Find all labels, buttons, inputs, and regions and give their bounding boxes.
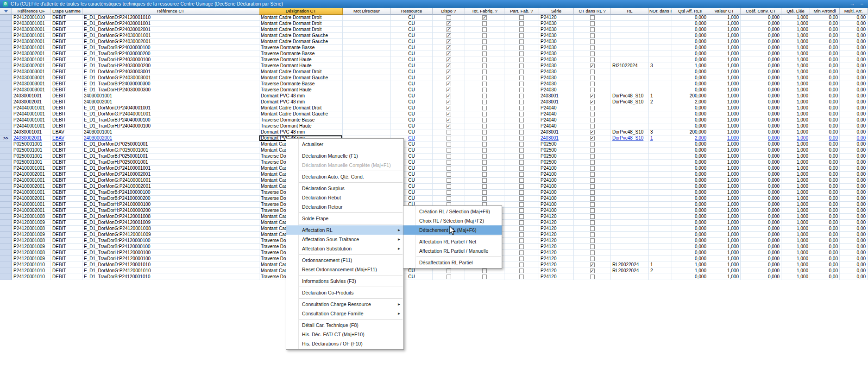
tot-fabriq-checkbox[interactable] <box>482 178 487 183</box>
column-header-min-arrondi[interactable]: Min Arrondi <box>810 8 840 15</box>
cell-ct-dans-rl[interactable] <box>574 57 611 63</box>
cell-etape-gamme[interactable]: DEBIT <box>51 69 82 75</box>
cell-multi-arr[interactable]: 0,00 <box>840 262 868 268</box>
cell-ref-ct[interactable]: E_D1_DorMonD:P0250001001 <box>82 141 259 147</box>
cell-rl[interactable] <box>611 214 649 220</box>
cell-coef-conv-ct[interactable]: 0,000 <box>741 39 781 45</box>
row-selector[interactable] <box>0 226 12 232</box>
cell-part-fab[interactable] <box>504 63 539 69</box>
cell-valeur-ct[interactable]: 1,000 <box>708 123 741 129</box>
cell-rl[interactable]: DorPvc48_S10 <box>611 99 649 105</box>
cell-mot-directeur[interactable] <box>343 105 391 111</box>
row-selector[interactable] <box>0 105 12 111</box>
cell-dispo[interactable] <box>433 63 465 69</box>
cell-valeur-ct[interactable]: 1,000 <box>708 129 741 135</box>
cell-tot-fabriq[interactable] <box>465 129 504 135</box>
cell-ref-of[interactable]: P24030003001 <box>12 81 51 87</box>
cell-nor-dans-rl[interactable] <box>649 39 672 45</box>
part-fab-checkbox[interactable] <box>519 275 524 279</box>
cell-coef-conv-ct[interactable]: 0,000 <box>741 21 781 27</box>
row-selector[interactable] <box>0 87 12 93</box>
row-selector[interactable] <box>0 117 12 123</box>
part-fab-checkbox[interactable] <box>519 202 524 207</box>
cell-tot-fabriq[interactable] <box>465 51 504 57</box>
cell-rl[interactable] <box>611 51 649 57</box>
cell-qte-aff-rls[interactable]: 0,000 <box>672 232 708 238</box>
cell-ref-of[interactable]: 24030001001 <box>12 93 51 99</box>
cell-nor-dans-rl[interactable] <box>649 147 672 154</box>
cell-serie[interactable]: P24030 <box>539 27 574 33</box>
cell-qte-aff-rls[interactable]: 0,000 <box>672 69 708 75</box>
tot-fabriq-checkbox[interactable] <box>482 196 487 201</box>
cell-ref-of[interactable]: P24120001009 <box>12 220 51 226</box>
ct-dans-rl-checkbox[interactable] <box>590 275 595 279</box>
cell-ct-dans-rl[interactable] <box>574 262 611 268</box>
cell-min-arrondi[interactable]: 0,00 <box>810 214 840 220</box>
cell-ref-ct[interactable]: 24030002001 <box>82 99 259 105</box>
cell-rl[interactable]: DorPvc48_S10 <box>611 129 649 135</box>
cell-ct-dans-rl[interactable] <box>574 111 611 117</box>
cell-ref-of[interactable]: P24120001008 <box>12 250 51 256</box>
cell-part-fab[interactable] <box>504 274 539 280</box>
cell-qte-liee[interactable]: 1,000 <box>781 63 810 69</box>
cell-valeur-ct[interactable]: 1,000 <box>708 238 741 244</box>
row-selector[interactable] <box>0 75 12 81</box>
cell-nor-dans-rl[interactable] <box>649 220 672 226</box>
cell-qte-aff-rls[interactable]: 0,000 <box>672 184 708 190</box>
cell-multi-arr[interactable]: 0,00 <box>840 250 868 256</box>
cell-ref-of[interactable]: P24120001010 <box>12 15 51 21</box>
row-selector[interactable] <box>0 232 12 238</box>
cell-part-fab[interactable] <box>504 21 539 27</box>
row-selector[interactable] <box>0 81 12 87</box>
cell-ref-ct[interactable]: E_D1_TravDorB:P0250001001 <box>82 154 259 160</box>
cell-min-arrondi[interactable]: 0,00 <box>810 184 840 190</box>
cell-ref-ct[interactable]: E_D1_TravDorH:P24030000200 <box>82 63 259 69</box>
ct-dans-rl-checkbox[interactable] <box>590 106 595 110</box>
row-selector[interactable] <box>0 39 12 45</box>
cell-coef-conv-ct[interactable]: 0,000 <box>741 238 781 244</box>
row-selector[interactable] <box>0 184 12 190</box>
cell-multi-arr[interactable]: 0,00 <box>840 147 868 154</box>
dispo-checkbox[interactable] <box>447 100 451 104</box>
cell-nor-dans-rl[interactable] <box>649 226 672 232</box>
cell-dispo[interactable] <box>433 166 465 172</box>
tot-fabriq-checkbox[interactable] <box>482 15 487 20</box>
cell-ref-ct[interactable]: E_D1_TravDorH:P24120000100 <box>82 250 259 256</box>
cell-ref-of[interactable]: P24120001010 <box>12 262 51 268</box>
cell-qte-liee[interactable]: 1,000 <box>781 51 810 57</box>
cell-etape-gamme[interactable]: DEBIT <box>51 27 82 33</box>
part-fab-checkbox[interactable] <box>519 196 524 201</box>
part-fab-checkbox[interactable] <box>519 70 524 74</box>
cell-qte-liee[interactable]: 1,000 <box>781 93 810 99</box>
ct-dans-rl-checkbox[interactable] <box>590 262 595 267</box>
cell-min-arrondi[interactable]: 0,00 <box>810 262 840 268</box>
part-fab-checkbox[interactable] <box>519 112 524 116</box>
part-fab-checkbox[interactable] <box>519 154 524 159</box>
cell-designation-ct[interactable]: Montant Cadre Dormant Droit <box>259 27 343 33</box>
cell-coef-conv-ct[interactable]: 0,000 <box>741 154 781 160</box>
cell-mot-directeur[interactable] <box>343 111 391 117</box>
cell-part-fab[interactable] <box>504 75 539 81</box>
row-selector[interactable] <box>0 51 12 57</box>
cell-min-arrondi[interactable]: 0,00 <box>810 63 840 69</box>
cell-part-fab[interactable] <box>504 184 539 190</box>
cell-nor-dans-rl[interactable] <box>649 27 672 33</box>
cell-ref-of[interactable]: P24120001008 <box>12 226 51 232</box>
table-row[interactable]: P24040001001DEBITE_D1_TravDorH:P24040000… <box>0 123 868 129</box>
cell-dispo[interactable] <box>433 105 465 111</box>
cell-qte-liee[interactable]: 1,000 <box>781 154 810 160</box>
cell-qte-aff-rls[interactable]: 0,000 <box>672 196 708 202</box>
cell-qte-liee[interactable]: 1,000 <box>781 244 810 250</box>
cell-serie[interactable]: P24100 <box>539 184 574 190</box>
cell-part-fab[interactable] <box>504 268 539 274</box>
cell-serie[interactable]: P24120 <box>539 220 574 226</box>
cell-mot-directeur[interactable] <box>343 69 391 75</box>
cell-ct-dans-rl[interactable] <box>574 238 611 244</box>
cell-multi-arr[interactable]: 0,00 <box>840 208 868 214</box>
cell-etape-gamme[interactable]: DEBIT <box>51 190 82 196</box>
cell-nor-dans-rl[interactable]: 1 <box>649 93 672 99</box>
cell-part-fab[interactable] <box>504 105 539 111</box>
cell-rl[interactable] <box>611 87 649 93</box>
cell-ct-dans-rl[interactable] <box>574 39 611 45</box>
tot-fabriq-checkbox[interactable] <box>482 70 487 74</box>
